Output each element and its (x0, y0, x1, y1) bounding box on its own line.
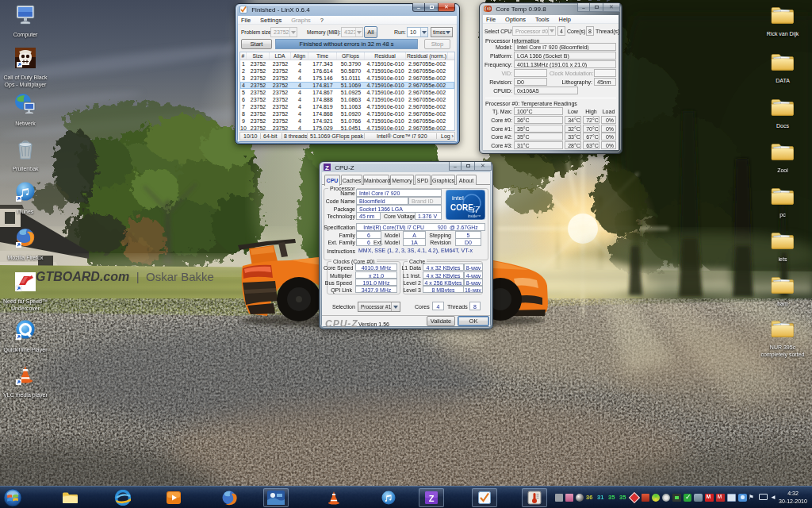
svg-text:Z: Z (429, 494, 435, 503)
svg-text:CORE: CORE (450, 203, 473, 212)
svg-text:inside™: inside™ (468, 214, 481, 218)
svg-text:intel: intel (452, 194, 464, 202)
svg-text:i7: i7 (473, 205, 480, 214)
svg-text:Z: Z (325, 164, 329, 171)
